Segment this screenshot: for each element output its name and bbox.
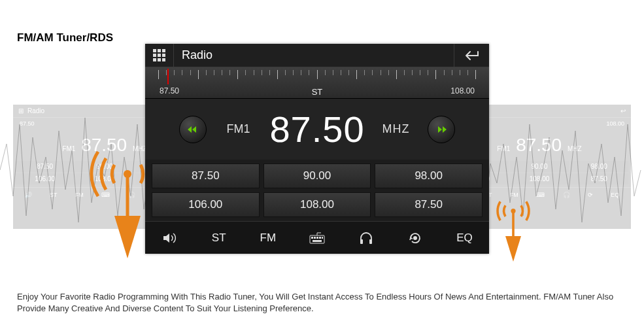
svg-rect-4 [310, 235, 324, 243]
scan-button[interactable] [396, 222, 435, 254]
preset-button[interactable]: 108.00 [263, 192, 371, 217]
scan-icon [408, 232, 422, 245]
frequency-unit: MHZ [377, 122, 416, 136]
seek-prev-icon [187, 125, 199, 134]
radio-header: Radio [145, 44, 489, 67]
keyboard-icon [309, 232, 325, 244]
seek-prev-button[interactable] [179, 116, 207, 143]
stereo-label: ST [312, 87, 323, 97]
svg-rect-10 [313, 240, 322, 242]
tuning-dial[interactable]: 87.50 108.00 ST [145, 67, 489, 99]
dial-max-label: 108.00 [450, 86, 475, 95]
svg-rect-8 [319, 237, 321, 239]
preset-button[interactable]: 87.50 [152, 164, 260, 188]
svg-point-13 [413, 236, 417, 240]
headphones-button[interactable] [347, 222, 386, 254]
eq-button[interactable]: EQ [445, 222, 484, 254]
speaker-icon [162, 232, 178, 245]
radio-panel: Radio 87.50 108.00 ST [145, 44, 489, 254]
keypad-button[interactable] [297, 222, 337, 254]
fm-button[interactable]: FM [248, 222, 288, 254]
svg-rect-5 [311, 237, 313, 239]
bottom-bar: ST FM EQ [145, 221, 489, 254]
preset-button[interactable]: 106.00 [152, 192, 260, 217]
apps-grid-button[interactable] [145, 44, 174, 67]
band-label[interactable]: FM1 [218, 122, 258, 136]
radio-title: Radio [174, 48, 454, 62]
antenna-icon-right [484, 196, 543, 268]
svg-rect-7 [316, 237, 318, 239]
headphones-icon [359, 232, 373, 245]
frequency-display-row: FM1 87.50 MHZ [145, 99, 489, 160]
preset-button[interactable]: 87.50 [375, 192, 483, 217]
svg-rect-11 [360, 239, 363, 244]
seek-next-button[interactable] [428, 116, 455, 143]
preset-button[interactable]: 98.00 [375, 164, 483, 188]
preset-button[interactable]: 90.00 [263, 164, 371, 188]
svg-rect-9 [322, 237, 323, 239]
page-title: FM/AM Tuner/RDS [17, 31, 113, 44]
frequency-value: 87.50 [269, 108, 364, 150]
grid-icon [153, 49, 165, 61]
tuning-needle [167, 69, 169, 84]
stereo-button[interactable]: ST [199, 222, 239, 254]
svg-point-1 [124, 170, 131, 178]
dial-min-label: 87.50 [160, 86, 179, 95]
svg-rect-6 [314, 237, 316, 239]
svg-rect-12 [369, 239, 372, 244]
svg-point-3 [511, 209, 515, 213]
preset-grid: 87.50 90.00 98.00 106.00 108.00 87.50 [145, 160, 489, 221]
back-arrow-icon [462, 50, 482, 61]
seek-next-icon [435, 125, 447, 134]
back-button[interactable] [454, 44, 489, 67]
description-text: Enjoy Your Favorite Radio Programming Wi… [17, 291, 627, 315]
volume-button[interactable] [150, 222, 190, 254]
